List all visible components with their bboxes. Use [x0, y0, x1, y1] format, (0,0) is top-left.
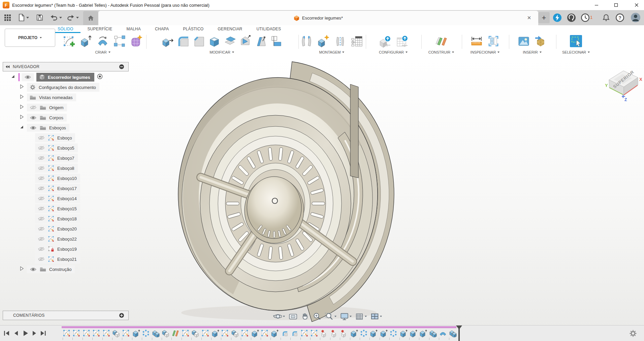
view-cube[interactable]: SUPERIORYXZ: [602, 64, 644, 103]
look-at-button[interactable]: [288, 312, 297, 321]
tree-item-esboço21[interactable]: Esboço21: [3, 254, 128, 264]
tree-item-esboço22[interactable]: Esboço22: [3, 234, 128, 244]
timeline-feature-extrude[interactable]: [251, 329, 259, 337]
tree-item-chip[interactable]: Corpos: [27, 114, 67, 122]
pan-button[interactable]: [300, 312, 309, 321]
help-icon[interactable]: ?: [615, 13, 624, 22]
timeline-feature-sketch[interactable]: [300, 329, 309, 337]
timeline-feature-revolve[interactable]: [439, 329, 447, 337]
chevron-down-icon[interactable]: [26, 17, 29, 19]
project-dropdown-button[interactable]: PROJETO: [5, 29, 55, 47]
timeline-feature-extrude[interactable]: [211, 329, 219, 337]
comments-panel[interactable]: COMENTÁRIOS: [3, 311, 129, 320]
as-built-button[interactable]: [332, 33, 348, 49]
expander-collapsed-icon[interactable]: [20, 94, 24, 101]
timeline-feature-sketch[interactable]: [63, 329, 71, 337]
expander-collapsed-icon[interactable]: [20, 84, 24, 91]
bom-button[interactable]: [349, 33, 365, 49]
tree-item-chip[interactable]: Esboço21: [35, 255, 80, 264]
joint-button[interactable]: [299, 33, 314, 49]
document-tab[interactable]: Escorredor legumes* ✕: [98, 11, 538, 25]
tree-item-esboço18[interactable]: Esboço18: [3, 214, 128, 224]
timeline-feature-plane[interactable]: [171, 329, 180, 337]
ribbon-tab-superfície[interactable]: SUPERFÍCIE: [80, 25, 120, 33]
chamfer-button[interactable]: [192, 33, 206, 49]
chevron-down-icon[interactable]: [76, 17, 79, 19]
timeline-feature-sketch[interactable]: [221, 329, 229, 337]
tree-item-esboço[interactable]: Esboço: [3, 133, 128, 143]
collapse-tree-icon[interactable]: [119, 64, 124, 69]
chevron-down-icon[interactable]: [380, 316, 382, 317]
tree-item-esboço17[interactable]: Esboço17: [3, 183, 128, 193]
timeline-feature-extrude[interactable]: [399, 329, 408, 337]
tree-item-esboço15[interactable]: Esboço15: [3, 204, 128, 214]
orbit-button[interactable]: [273, 312, 285, 321]
timeline-feature-fillet[interactable]: [290, 329, 298, 337]
timeline-skip-start-button[interactable]: [3, 329, 11, 337]
section-button[interactable]: [486, 33, 501, 49]
tree-item-esboço10[interactable]: Esboço10: [3, 173, 128, 183]
zoom-window-button[interactable]: [325, 312, 336, 321]
timeline-feature-combine[interactable]: [152, 329, 160, 337]
tree-item-chip[interactable]: Esboço20: [35, 224, 80, 234]
timeline-feature-sketch[interactable]: [83, 329, 91, 337]
expander-expanded-icon[interactable]: [11, 74, 15, 80]
job-status-icon[interactable]: [553, 13, 562, 22]
timeline-feature-extrude[interactable]: [350, 329, 358, 337]
timeline-skip-end-button[interactable]: [39, 329, 47, 337]
tree-item-esboço14[interactable]: Esboço14: [3, 193, 128, 204]
file-new-icon[interactable]: [18, 13, 26, 22]
align-button[interactable]: [269, 33, 283, 49]
tree-item-escorredor-legumes[interactable]: Escorredor legumes: [3, 72, 128, 82]
collapse-panel-icon[interactable]: [5, 65, 10, 69]
tree-item-chip[interactable]: Construção: [27, 266, 75, 273]
ribbon-tab-malha[interactable]: MALHA: [120, 25, 148, 33]
ribbon-tab-plástico[interactable]: PLÁSTICO: [176, 25, 211, 33]
expand-comments-icon[interactable]: [119, 313, 124, 318]
close-window-button[interactable]: [629, 0, 644, 10]
zoom-button[interactable]: [313, 312, 321, 321]
construct-plane-button[interactable]: [433, 33, 449, 49]
timeline-playhead[interactable]: [456, 326, 462, 341]
timeline-step-back-button[interactable]: [12, 329, 21, 337]
chevron-down-icon[interactable]: [283, 316, 285, 317]
viewport-3d[interactable]: SUPERIORYXZ NAVEGADOR Escorredor legumes…: [0, 57, 644, 325]
timeline-feature-sketch[interactable]: [92, 329, 100, 337]
group-label-montagem[interactable]: MONTAGEM: [298, 50, 365, 54]
activate-component-radio[interactable]: [97, 74, 103, 81]
timeline-feature-boolean[interactable]: [191, 329, 199, 337]
ribbon-tab-utilidades[interactable]: UTILIDADES: [249, 25, 288, 33]
tree-item-chip[interactable]: Esboço10: [35, 174, 80, 183]
form-button[interactable]: [129, 33, 144, 49]
timeline-feature-sketch[interactable]: [241, 329, 249, 337]
timeline-feature-sketch[interactable]: [310, 329, 318, 337]
tree-item-chip[interactable]: Origem: [27, 104, 67, 112]
config-table-button[interactable]: [394, 33, 410, 49]
ribbon-tab-chapa[interactable]: CHAPA: [148, 25, 176, 33]
tree-item-esboço20[interactable]: Esboço20: [3, 224, 128, 234]
extrude-button[interactable]: [78, 33, 94, 49]
group-label-inserir[interactable]: INSERIR: [509, 50, 555, 54]
tree-item-chip[interactable]: Esboço7: [35, 154, 78, 163]
group-label-criar[interactable]: CRIAR: [60, 50, 146, 54]
tree-item-esboços[interactable]: Esboços: [3, 123, 128, 133]
group-label-inspecionar[interactable]: INSPECIONAR: [462, 50, 508, 54]
timeline-feature-extrude[interactable]: [270, 329, 279, 337]
tree-item-esboço5[interactable]: Esboço5: [3, 143, 128, 153]
canvas-button[interactable]: [516, 33, 532, 49]
app-grid-icon[interactable]: [3, 13, 11, 22]
group-label-selecionar[interactable]: SELECIONAR: [556, 50, 596, 54]
navigator-header[interactable]: NAVEGADOR: [3, 62, 129, 71]
timeline-feature-sketch[interactable]: [72, 329, 80, 337]
create-sketch-button[interactable]: [61, 33, 77, 49]
tree-item-corpos[interactable]: Corpos: [3, 113, 128, 123]
model-escorredor-legumes[interactable]: [144, 59, 424, 329]
timeline-step-forward-button[interactable]: [30, 329, 38, 337]
network-status-icon[interactable]: [567, 13, 576, 22]
redo-icon[interactable]: [67, 13, 75, 22]
timeline-feature-sketch[interactable]: [122, 329, 130, 337]
new-component-button[interactable]: [316, 33, 331, 49]
timeline-feature-combine[interactable]: [429, 329, 437, 337]
tree-item-construção[interactable]: Construção: [3, 264, 128, 274]
tree-item-chip[interactable]: Esboços: [27, 124, 69, 132]
